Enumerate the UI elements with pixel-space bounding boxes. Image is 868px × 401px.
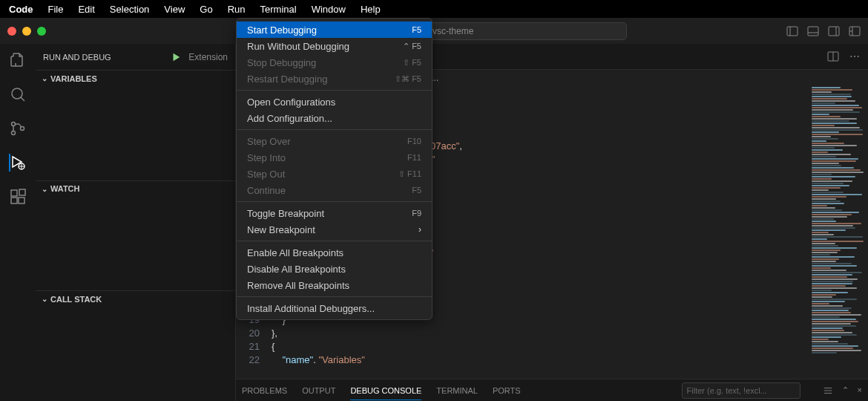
minimize-window-button[interactable] <box>22 27 31 36</box>
menu-item-continue: ContinueF5 <box>237 182 432 198</box>
close-window-button[interactable] <box>7 27 16 36</box>
search-icon[interactable] <box>9 85 27 103</box>
activity-bar <box>0 44 36 401</box>
menu-item-run-without-debugging[interactable]: Run Without Debugging⌃ F5 <box>237 38 432 54</box>
chevron-down-icon: ⌄ <box>42 74 47 82</box>
section-watch[interactable]: ⌄WATCH <box>36 180 235 197</box>
panel-filter-input[interactable]: Filter (e.g. text, !excl... <box>682 382 800 399</box>
source-control-icon[interactable] <box>9 120 27 137</box>
panel-tab-problems[interactable]: PROBLEMS <box>242 386 287 395</box>
extensions-icon[interactable] <box>9 188 27 206</box>
toggle-primary-sidebar-icon[interactable] <box>786 25 798 37</box>
more-actions-icon[interactable]: ⋯ <box>849 50 861 62</box>
svg-rect-3 <box>829 27 839 36</box>
svg-rect-11 <box>11 198 17 203</box>
chevron-down-icon: ⌄ <box>42 185 47 193</box>
panel-tab-debug-console[interactable]: DEBUG CONSOLE <box>350 386 421 400</box>
panel-settings-icon[interactable] <box>823 385 833 396</box>
menu-item-stop-debugging: Stop Debugging⇧ F5 <box>237 54 432 71</box>
sidebar-title: RUN AND DEBUG <box>43 53 111 62</box>
menu-item-restart-debugging: Restart Debugging⇧⌘ F5 <box>237 71 432 87</box>
chevron-down-icon: ⌄ <box>42 295 47 303</box>
menu-code[interactable]: Code <box>9 4 33 15</box>
menu-file[interactable]: File <box>48 4 64 15</box>
debug-config-label[interactable]: Extension <box>188 52 228 62</box>
panel-maximize-icon[interactable]: ⌃ <box>842 385 849 396</box>
menu-item-step-into: Step IntoF11 <box>237 149 432 166</box>
toggle-panel-icon[interactable] <box>807 25 819 37</box>
menu-item-toggle-breakpoint[interactable]: Toggle BreakpointF9 <box>237 205 432 221</box>
menu-go[interactable]: Go <box>200 4 212 15</box>
menu-view[interactable]: View <box>164 4 185 15</box>
svg-rect-2 <box>808 27 818 36</box>
panel-tab-output[interactable]: OUTPUT <box>302 386 335 395</box>
section-variables[interactable]: ⌄VARIABLES <box>36 70 235 86</box>
menu-item-enable-all-breakpoints[interactable]: Enable All Breakpoints <box>237 244 432 261</box>
menu-help[interactable]: Help <box>361 4 381 15</box>
side-bar: RUN AND DEBUG Extension ⌄VARIABLES ⌄WATC… <box>36 44 236 401</box>
start-debugging-icon[interactable] <box>171 52 181 62</box>
svg-rect-1 <box>787 27 798 36</box>
minimap[interactable] <box>809 86 868 379</box>
run-menu-dropdown: Start DebuggingF5Run Without Debugging⌃ … <box>236 18 433 320</box>
section-callstack[interactable]: ⌄CALL STACK <box>36 290 235 307</box>
menu-run[interactable]: Run <box>228 4 246 15</box>
menu-item-add-configuration-[interactable]: Add Configuration... <box>237 110 432 126</box>
menu-window[interactable]: Window <box>312 4 346 15</box>
menu-bar: CodeFileEditSelectionViewGoRunTerminalWi… <box>0 0 868 18</box>
svg-point-5 <box>12 88 22 99</box>
menu-terminal[interactable]: Terminal <box>260 4 297 15</box>
svg-point-8 <box>21 127 24 131</box>
menu-item-start-debugging[interactable]: Start DebuggingF5 <box>237 22 432 38</box>
window-controls <box>0 27 46 36</box>
svg-rect-13 <box>19 189 25 195</box>
sidebar-header: RUN AND DEBUG Extension <box>36 44 235 70</box>
menu-selection[interactable]: Selection <box>110 4 149 15</box>
bottom-panel: PROBLEMSOUTPUTDEBUG CONSOLETERMINALPORTS… <box>236 379 868 401</box>
menu-item-new-breakpoint[interactable]: New Breakpoint› <box>237 221 432 238</box>
menu-edit[interactable]: Edit <box>78 4 94 15</box>
run-debug-icon[interactable] <box>9 154 27 172</box>
panel-close-icon[interactable]: × <box>858 385 862 396</box>
panel-tab-ports[interactable]: PORTS <box>493 386 521 395</box>
svg-point-7 <box>12 131 16 135</box>
toggle-secondary-sidebar-icon[interactable] <box>828 25 840 37</box>
svg-rect-12 <box>19 198 24 203</box>
menu-item-open-configurations[interactable]: Open Configurations <box>237 94 432 110</box>
panel-tab-terminal[interactable]: TERMINAL <box>436 386 478 395</box>
customize-layout-icon[interactable] <box>849 25 861 37</box>
menu-item-install-additional-debuggers-[interactable]: Install Additional Debuggers... <box>237 300 432 316</box>
svg-point-6 <box>12 123 16 126</box>
layout-controls <box>786 25 861 37</box>
menu-item-remove-all-breakpoints[interactable]: Remove All Breakpoints <box>237 277 432 293</box>
zoom-window-button[interactable] <box>37 27 46 36</box>
split-editor-icon[interactable] <box>827 50 839 62</box>
svg-rect-10 <box>11 190 17 196</box>
title-bar: some-vsc-theme <box>0 18 868 44</box>
menu-item-step-over: Step OverF10 <box>237 133 432 149</box>
explorer-icon[interactable] <box>9 51 27 69</box>
menu-item-step-out: Step Out⇧ F11 <box>237 166 432 182</box>
menu-item-disable-all-breakpoints[interactable]: Disable All Breakpoints <box>237 261 432 277</box>
